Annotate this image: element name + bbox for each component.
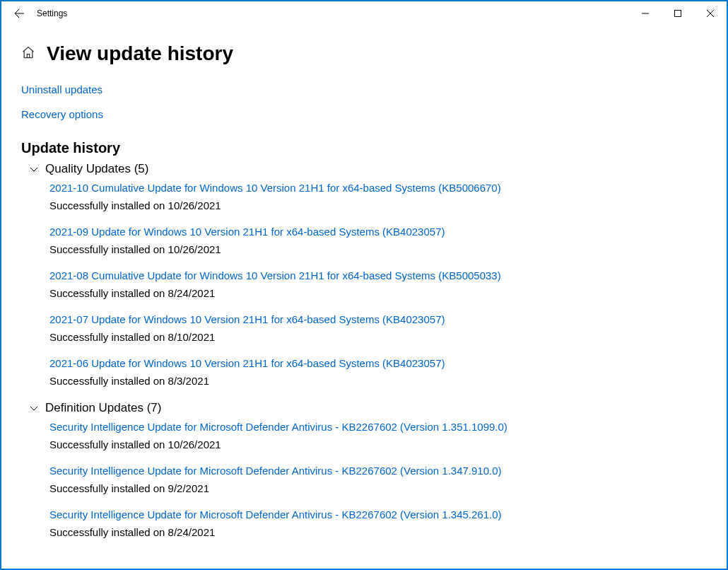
update-item: 2021-08 Cumulative Update for Windows 10… xyxy=(49,269,707,299)
page-header: View update history xyxy=(21,42,707,65)
minimize-icon xyxy=(642,10,649,17)
window-controls xyxy=(629,1,727,25)
update-list: 2021-10 Cumulative Update for Windows 10… xyxy=(21,182,707,387)
update-status: Successfully installed on 8/10/2021 xyxy=(49,331,707,343)
update-link[interactable]: Security Intelligence Update for Microso… xyxy=(49,508,707,520)
group-title: Definition Updates (7) xyxy=(45,401,161,415)
back-button[interactable] xyxy=(7,1,31,25)
maximize-icon xyxy=(674,10,681,17)
app-title: Settings xyxy=(37,8,67,18)
titlebar: Settings xyxy=(1,1,727,25)
update-item: 2021-07 Update for Windows 10 Version 21… xyxy=(49,313,707,343)
close-button[interactable] xyxy=(694,1,727,25)
minimize-button[interactable] xyxy=(629,1,662,25)
back-arrow-icon xyxy=(13,8,25,19)
uninstall-updates-link[interactable]: Uninstall updates xyxy=(21,83,707,95)
close-icon xyxy=(707,10,714,17)
group-title: Quality Updates (5) xyxy=(45,162,148,176)
group-header[interactable]: Quality Updates (5) xyxy=(21,162,707,176)
update-item: 2021-10 Cumulative Update for Windows 10… xyxy=(49,182,707,211)
update-groups: Quality Updates (5) 2021-10 Cumulative U… xyxy=(21,162,707,538)
chevron-down-icon xyxy=(28,163,40,175)
maximize-button[interactable] xyxy=(662,1,694,25)
update-status: Successfully installed on 10/26/2021 xyxy=(49,438,707,450)
update-status: Successfully installed on 10/26/2021 xyxy=(49,243,707,255)
update-group: Quality Updates (5) 2021-10 Cumulative U… xyxy=(21,162,707,387)
recovery-options-link[interactable]: Recovery options xyxy=(21,108,707,120)
content: View update history Uninstall updates Re… xyxy=(1,25,727,538)
chevron-down-icon xyxy=(28,402,40,414)
update-status: Successfully installed on 10/26/2021 xyxy=(49,199,707,211)
update-group: Definition Updates (7) Security Intellig… xyxy=(21,401,707,538)
update-item: Security Intelligence Update for Microso… xyxy=(49,508,707,538)
update-status: Successfully installed on 8/24/2021 xyxy=(49,526,707,538)
update-link[interactable]: 2021-09 Update for Windows 10 Version 21… xyxy=(49,226,707,238)
update-item: 2021-09 Update for Windows 10 Version 21… xyxy=(49,226,707,255)
update-link[interactable]: 2021-10 Cumulative Update for Windows 10… xyxy=(49,182,707,194)
page-title: View update history xyxy=(47,42,233,65)
svg-rect-0 xyxy=(675,11,681,17)
group-header[interactable]: Definition Updates (7) xyxy=(21,401,707,415)
update-status: Successfully installed on 9/2/2021 xyxy=(49,482,707,494)
update-list: Security Intelligence Update for Microso… xyxy=(21,421,707,538)
update-status: Successfully installed on 8/24/2021 xyxy=(49,287,707,299)
update-link[interactable]: 2021-08 Cumulative Update for Windows 10… xyxy=(49,269,707,281)
home-icon[interactable] xyxy=(21,45,35,62)
update-link[interactable]: Security Intelligence Update for Microso… xyxy=(49,421,707,433)
update-link[interactable]: Security Intelligence Update for Microso… xyxy=(49,465,707,477)
update-item: 2021-06 Update for Windows 10 Version 21… xyxy=(49,357,707,387)
update-status: Successfully installed on 8/3/2021 xyxy=(49,375,707,387)
history-title: Update history xyxy=(21,140,707,156)
update-link[interactable]: 2021-07 Update for Windows 10 Version 21… xyxy=(49,313,707,325)
update-item: Security Intelligence Update for Microso… xyxy=(49,421,707,450)
update-link[interactable]: 2021-06 Update for Windows 10 Version 21… xyxy=(49,357,707,369)
titlebar-left: Settings xyxy=(7,1,67,25)
update-item: Security Intelligence Update for Microso… xyxy=(49,465,707,494)
